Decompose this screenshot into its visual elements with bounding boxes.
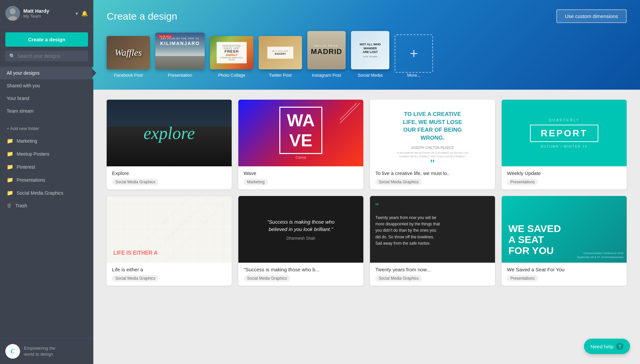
design-tag: Social Media Graphics bbox=[244, 275, 290, 282]
design-card-explore[interactable]: explore Explore Social Media Graphics bbox=[107, 100, 232, 189]
sidebar-item-shared[interactable]: Shared with you bbox=[0, 79, 93, 92]
canva-logo: C bbox=[5, 344, 20, 359]
team-label: Team stream bbox=[7, 108, 34, 114]
folders-section: + Add new folder 📁 Marketing 📁 Meetup Po… bbox=[0, 123, 93, 212]
template-instagram[interactable]: HELLO FROM MADRID Instagram Post bbox=[307, 31, 346, 78]
create-design-button[interactable]: Create a design bbox=[5, 32, 88, 47]
sidebar: Matt Hardy My Team ▾ 🔔 Create a design 🔍… bbox=[0, 0, 93, 364]
folder-icon: 📁 bbox=[7, 151, 13, 157]
design-tag: Presentations bbox=[507, 275, 538, 282]
folder-marketing[interactable]: 📁 Marketing bbox=[0, 134, 93, 147]
search-input[interactable] bbox=[18, 53, 84, 59]
trash-icon: 🗑 bbox=[7, 203, 12, 209]
more-thumb: + bbox=[395, 34, 433, 73]
template-label-social: Social Media bbox=[358, 73, 382, 78]
user-info: Matt Hardy My Team bbox=[23, 8, 72, 19]
canva-logo-text: C bbox=[11, 348, 15, 355]
hero-section: Create a design Use custom dimensions Wa… bbox=[93, 0, 640, 90]
folder-trash[interactable]: 🗑 Trash bbox=[0, 199, 93, 212]
design-grid: explore Explore Social Media Graphics WA… bbox=[107, 100, 627, 286]
template-list: Waffles Facebook Post 09.26.2014 DAY FOU… bbox=[107, 31, 627, 78]
folder-presentations[interactable]: 📁 Presentations bbox=[0, 173, 93, 186]
sidebar-item-all-designs[interactable]: All your designs bbox=[0, 67, 93, 79]
help-label: Need help bbox=[591, 344, 613, 349]
nav-items: All your designs Shared with you Your br… bbox=[0, 67, 93, 120]
folder-icon: 📁 bbox=[7, 138, 13, 144]
custom-dimensions-button[interactable]: Use custom dimensions bbox=[556, 9, 627, 23]
search-icon: 🔍 bbox=[9, 53, 15, 59]
svg-line-3 bbox=[340, 103, 360, 123]
shared-label: Shared with you bbox=[7, 83, 40, 88]
design-title: Weekly Update bbox=[507, 170, 621, 176]
folder-icon: 📁 bbox=[7, 164, 13, 170]
search-box: 🔍 bbox=[5, 51, 88, 61]
folder-icon: 📁 bbox=[7, 190, 13, 196]
design-card-weekly-update[interactable]: QUARTERLY REPORT AUTUMN / WINTER 16 Week… bbox=[502, 100, 627, 189]
sidebar-footer: C Empowering theworld to design bbox=[0, 338, 93, 364]
design-card-life[interactable]: LIFE IS EITHER A Life is either a Social… bbox=[107, 196, 232, 286]
add-folder-button[interactable]: + Add new folder bbox=[0, 123, 93, 134]
design-tag: Social Media Graphics bbox=[112, 179, 159, 185]
all-designs-label: All your designs bbox=[7, 70, 40, 76]
folder-label: Pinterest bbox=[17, 164, 35, 170]
design-tag: Social Media Graphics bbox=[375, 275, 422, 282]
hero-header: Create a design Use custom dimensions bbox=[107, 9, 627, 23]
page-title: Create a design bbox=[107, 11, 177, 22]
user-team: My Team bbox=[23, 14, 72, 19]
design-tag: Social Media Graphics bbox=[375, 179, 422, 185]
svg-point-1 bbox=[10, 8, 16, 14]
user-name: Matt Hardy bbox=[23, 8, 72, 14]
template-label-presentation: Presentation bbox=[168, 73, 192, 78]
folder-meetup[interactable]: 📁 Meetup Posters bbox=[0, 147, 93, 160]
sidebar-header: Matt Hardy My Team ▾ 🔔 bbox=[0, 0, 93, 27]
folder-label: Presentations bbox=[17, 177, 45, 183]
design-card-twenty-years[interactable]: " Twenty years from now you will bemore … bbox=[370, 196, 495, 286]
template-social[interactable]: NOT ALL WHOWANDERARE LOST J.R.R. TOLKIEN… bbox=[351, 31, 389, 78]
template-label-facebook: Facebook Post bbox=[114, 73, 143, 78]
template-label-collage: Photo Collage bbox=[218, 73, 245, 78]
designs-section: explore Explore Social Media Graphics WA… bbox=[93, 90, 640, 364]
folder-label: Trash bbox=[15, 203, 27, 208]
template-label-twitter: Twitter Post bbox=[269, 73, 292, 78]
design-title: Twenty years from now... bbox=[375, 267, 490, 272]
bell-icon[interactable]: 🔔 bbox=[81, 10, 88, 17]
sidebar-item-brand[interactable]: Your brand bbox=[0, 92, 93, 105]
footer-tagline: Empowering theworld to design bbox=[24, 345, 55, 357]
folder-social-media[interactable]: 📁 Social Media Graphics bbox=[0, 186, 93, 199]
design-card-creative-quote[interactable]: " TO LIVE A CREATIVELIFE, WE MUST LOSEOU… bbox=[370, 100, 495, 189]
dropdown-icon[interactable]: ▾ bbox=[75, 10, 78, 17]
folder-pinterest[interactable]: 📁 Pinterest bbox=[0, 160, 93, 173]
design-card-saved-seat[interactable]: WE SAVEDA SEATFOR YOU Communication Conf… bbox=[502, 196, 627, 286]
svg-line-4 bbox=[340, 103, 357, 120]
template-label-more: More... bbox=[407, 73, 420, 78]
folder-icon: 📁 bbox=[7, 177, 13, 183]
design-tag: Social Media Graphics bbox=[112, 275, 159, 282]
design-title: We Saved a Seat For You bbox=[507, 267, 621, 272]
design-tag: Marketing bbox=[244, 179, 268, 185]
help-button[interactable]: Need help ? bbox=[584, 339, 630, 354]
design-tag: Presentations bbox=[507, 179, 538, 185]
template-more[interactable]: + More... bbox=[395, 34, 433, 78]
template-facebook[interactable]: Waffles Facebook Post bbox=[107, 36, 150, 78]
design-title: Wave bbox=[244, 170, 358, 176]
design-card-success[interactable]: "Success is making those whobelieved in … bbox=[238, 196, 363, 286]
design-title: Explore bbox=[112, 170, 226, 176]
brand-label: Your brand bbox=[7, 96, 29, 101]
template-collage[interactable]: HARVESTING SINCE 1887 FRESH MaRkeT FROM … bbox=[210, 36, 253, 78]
template-presentation[interactable]: 09.26.2014 DAY FOUR OF THE TRIP TO KILIM… bbox=[155, 33, 205, 78]
sidebar-item-team[interactable]: Team stream bbox=[0, 105, 93, 117]
header-icons: ▾ 🔔 bbox=[75, 10, 88, 17]
design-title: "Success is making those who b... bbox=[244, 267, 358, 272]
template-label-instagram: Instagram Post bbox=[312, 73, 341, 78]
help-icon: ? bbox=[616, 343, 623, 350]
template-twitter[interactable]: WILSHIRE BAKERY Twitter Post bbox=[259, 36, 302, 78]
folder-label: Marketing bbox=[17, 138, 37, 144]
design-title: To live a creative life, we must lo.. bbox=[375, 170, 490, 176]
design-card-wave[interactable]: WAVE Canva Wave Marketing bbox=[238, 100, 363, 189]
folder-label: Social Media Graphics bbox=[17, 190, 63, 196]
main-content: Create a design Use custom dimensions Wa… bbox=[93, 0, 640, 364]
folder-label: Meetup Posters bbox=[17, 151, 49, 157]
avatar bbox=[5, 6, 20, 21]
design-title: Life is either a bbox=[112, 267, 226, 272]
